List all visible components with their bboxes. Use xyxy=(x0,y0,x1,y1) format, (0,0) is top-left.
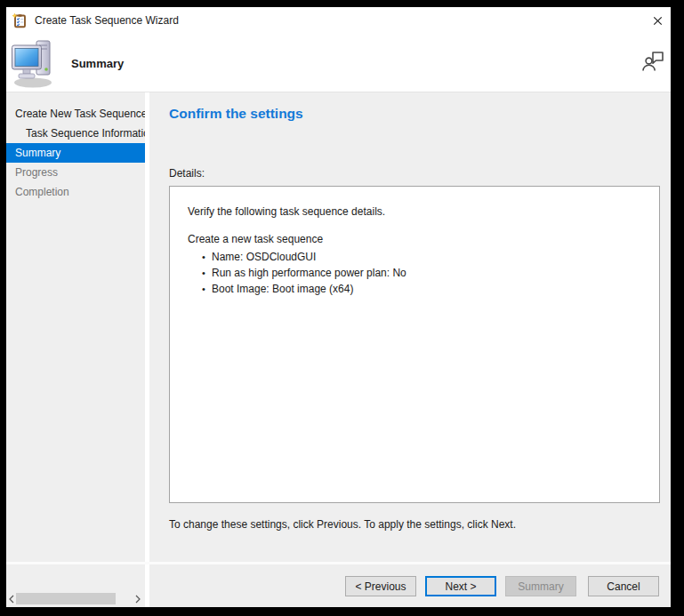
close-icon[interactable] xyxy=(644,7,671,34)
details-label: Details: xyxy=(169,167,660,180)
details-group-title: Create a new task sequence xyxy=(188,233,641,246)
details-panel[interactable]: Verify the following task sequence detai… xyxy=(169,186,660,503)
page-title: Summary xyxy=(71,56,124,69)
sidebar-footer xyxy=(6,564,145,607)
sidebar-horizontal-scrollbar[interactable] xyxy=(7,593,142,604)
nav-item-create-new-task-sequence[interactable]: Create New Task Sequence xyxy=(6,104,145,124)
button-bar: < Previous Next > Summary Cancel xyxy=(149,564,671,607)
wizard-nav-sidebar: Create New Task Sequence Task Sequence I… xyxy=(6,92,145,562)
window-title: Create Task Sequence Wizard xyxy=(35,14,179,27)
next-button[interactable]: Next > xyxy=(425,576,496,596)
previous-button[interactable]: < Previous xyxy=(345,576,416,596)
computer-icon xyxy=(11,37,55,89)
instruction-text: To change these settings, click Previous… xyxy=(169,518,660,532)
nav-item-completion: Completion xyxy=(6,182,145,202)
nav-item-summary[interactable]: Summary xyxy=(6,143,145,163)
details-intro-text: Verify the following task sequence detai… xyxy=(188,205,641,219)
wizard-frame: Create Task Sequence Wizard xyxy=(6,7,671,607)
wizard-header: Summary xyxy=(6,34,671,92)
detail-item-power-plan: Run as high performance power plan: No xyxy=(212,265,641,281)
cancel-button[interactable]: Cancel xyxy=(588,576,659,596)
task-sequence-app-icon xyxy=(12,13,28,28)
details-bullet-list: Name: OSDCloudGUI Run as high performanc… xyxy=(188,249,641,297)
scroll-right-icon[interactable] xyxy=(133,593,142,604)
confirm-settings-heading: Confirm the settings xyxy=(169,105,660,123)
wizard-footer: < Previous Next > Summary Cancel xyxy=(6,562,671,607)
nav-item-progress: Progress xyxy=(6,163,145,182)
scroll-left-icon[interactable] xyxy=(7,593,16,604)
detail-item-boot-image: Boot Image: Boot image (x64) xyxy=(212,281,641,297)
wizard-body: Create New Task Sequence Task Sequence I… xyxy=(6,92,671,562)
feedback-icon[interactable] xyxy=(641,48,665,74)
nav-item-task-sequence-information[interactable]: Task Sequence Information xyxy=(6,124,145,143)
detail-item-name: Name: OSDCloudGUI xyxy=(212,249,641,265)
title-bar[interactable]: Create Task Sequence Wizard xyxy=(6,7,671,34)
scrollbar-thumb[interactable] xyxy=(16,593,116,604)
main-content: Confirm the settings Details: Verify the… xyxy=(149,92,671,562)
wizard-window: Create Task Sequence Wizard xyxy=(0,0,684,616)
summary-button: Summary xyxy=(505,576,576,596)
